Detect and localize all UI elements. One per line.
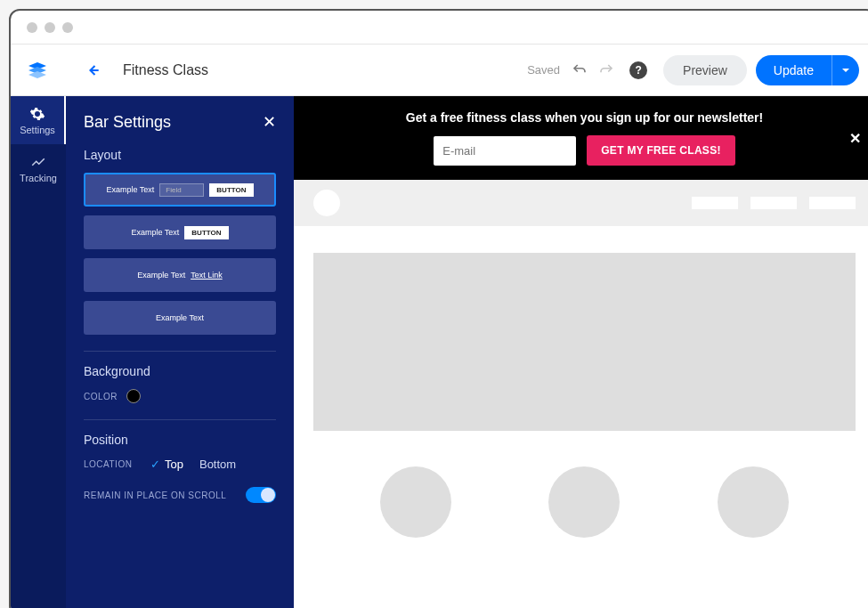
divider bbox=[84, 419, 276, 420]
position-bottom-label: Bottom bbox=[199, 458, 236, 471]
position-top-label: Top bbox=[165, 458, 183, 471]
wireframe-circle bbox=[548, 466, 620, 538]
traffic-light-minimize[interactable] bbox=[45, 22, 55, 33]
left-rail: Settings Tracking bbox=[11, 96, 66, 608]
rail-tab-settings[interactable]: Settings bbox=[11, 96, 66, 144]
cta-button[interactable]: GET MY FREE CLASS! bbox=[587, 135, 735, 166]
layout-example-text: Example Text bbox=[106, 185, 154, 194]
rail-tab-settings-label: Settings bbox=[20, 125, 55, 135]
panel-title: Bar Settings bbox=[84, 113, 171, 132]
layout-example-text: Example Text bbox=[137, 271, 185, 280]
layout-option-text-link[interactable]: Example Text Text Link bbox=[84, 258, 276, 292]
update-button[interactable]: Update bbox=[756, 55, 831, 85]
wireframe-preview bbox=[294, 180, 868, 608]
promo-bar: Get a free fitness class when you sign u… bbox=[294, 96, 868, 180]
layout-button-sample: BUTTON bbox=[209, 183, 253, 197]
divider bbox=[84, 351, 276, 352]
background-section-label: Background bbox=[84, 364, 276, 378]
position-section-label: Position bbox=[84, 433, 276, 447]
wireframe-hero bbox=[313, 253, 856, 431]
rail-tab-tracking-label: Tracking bbox=[20, 173, 57, 183]
redo-icon[interactable] bbox=[596, 60, 617, 81]
layout-button-sample: BUTTON bbox=[184, 226, 228, 239]
top-navigation: Fitness Class Saved ? Preview Update bbox=[11, 45, 868, 96]
layout-example-text: Example Text bbox=[156, 313, 204, 322]
wireframe-nav-item bbox=[750, 197, 797, 209]
layout-option-text-button[interactable]: Example Text BUTTON bbox=[84, 215, 276, 249]
preview-area: Get a free fitness class when you sign u… bbox=[294, 96, 868, 608]
remain-scroll-label: REMAIN IN PLACE ON SCROLL bbox=[84, 490, 226, 500]
layout-option-text-field-button[interactable]: Example Text Field BUTTON bbox=[84, 173, 276, 207]
gear-icon bbox=[29, 106, 45, 122]
remain-scroll-toggle[interactable] bbox=[246, 487, 276, 503]
traffic-light-zoom[interactable] bbox=[62, 22, 73, 33]
promo-close-icon[interactable]: ✕ bbox=[849, 130, 861, 147]
layout-link-sample: Text Link bbox=[191, 271, 223, 280]
check-icon: ✓ bbox=[150, 458, 160, 471]
chart-line-icon bbox=[30, 154, 46, 170]
layout-option-text-only[interactable]: Example Text bbox=[84, 301, 276, 335]
back-arrow-icon[interactable] bbox=[84, 61, 101, 79]
page-title: Fitness Class bbox=[123, 62, 208, 78]
wireframe-logo bbox=[313, 190, 340, 216]
position-option-bottom[interactable]: Bottom bbox=[199, 458, 236, 471]
layout-section-label: Layout bbox=[84, 148, 276, 162]
update-dropdown-icon[interactable] bbox=[831, 55, 859, 85]
wireframe-nav-item bbox=[809, 197, 856, 209]
rail-tab-tracking[interactable]: Tracking bbox=[11, 144, 66, 192]
email-input[interactable] bbox=[434, 136, 576, 166]
undo-icon[interactable] bbox=[569, 60, 590, 81]
saved-status: Saved bbox=[527, 63, 560, 77]
close-icon[interactable]: ✕ bbox=[263, 112, 276, 132]
app-logo-icon[interactable] bbox=[27, 60, 48, 81]
promo-headline: Get a free fitness class when you sign u… bbox=[312, 110, 857, 125]
traffic-light-close[interactable] bbox=[27, 22, 37, 33]
browser-frame: Fitness Class Saved ? Preview Update Set… bbox=[9, 9, 868, 608]
wireframe-circle bbox=[380, 466, 451, 538]
wireframe-nav-item bbox=[692, 197, 738, 209]
location-label: LOCATION bbox=[84, 459, 150, 469]
toggle-knob bbox=[261, 488, 275, 502]
layout-field-placeholder: Field bbox=[159, 183, 204, 197]
preview-button[interactable]: Preview bbox=[663, 55, 747, 85]
wireframe-header bbox=[294, 180, 868, 226]
layout-example-text: Example Text bbox=[131, 228, 179, 237]
help-icon[interactable]: ? bbox=[629, 61, 647, 79]
settings-panel: Bar Settings ✕ Layout Example Text Field… bbox=[66, 96, 294, 608]
color-label: COLOR bbox=[84, 392, 118, 401]
wireframe-circle bbox=[718, 466, 789, 538]
position-option-top[interactable]: ✓ Top bbox=[150, 458, 183, 471]
browser-title-bar bbox=[11, 11, 868, 45]
color-swatch[interactable] bbox=[126, 389, 141, 403]
